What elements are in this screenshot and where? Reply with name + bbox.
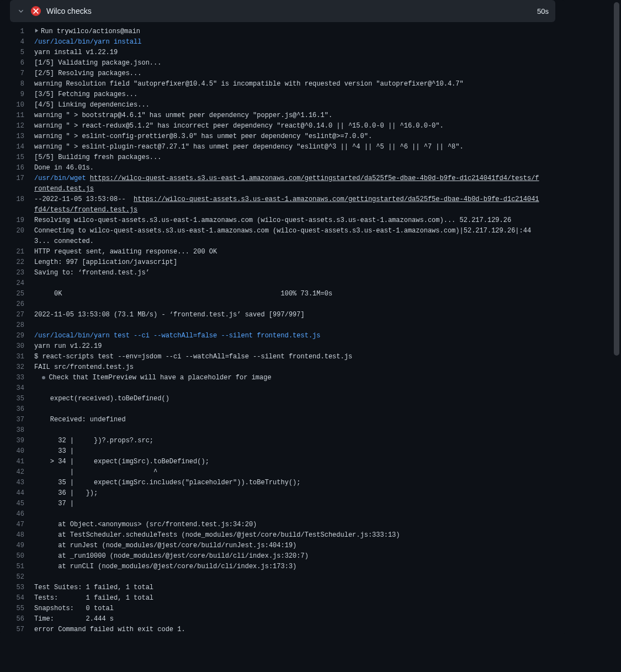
line-content: Length: 997 [application/javascript]: [34, 257, 177, 268]
log-output[interactable]: 1Run trywilco/actions@main4/usr/local/bi…: [0, 24, 565, 635]
line-number[interactable]: 43: [10, 478, 34, 488]
line-number[interactable]: 56: [10, 614, 34, 625]
line-number[interactable]: 40: [10, 446, 34, 457]
step-duration: 50s: [537, 7, 549, 15]
line-content: [4/5] Linking dependencies...: [34, 100, 150, 110]
line-content: Connecting to wilco-quest-assets.s3.us-e…: [34, 226, 542, 247]
line-number[interactable]: 10: [10, 100, 34, 110]
line-number[interactable]: 26: [10, 299, 34, 310]
line-content: warning Resolution field "autoprefixer@1…: [34, 79, 464, 89]
line-number[interactable]: 34: [10, 383, 34, 394]
line-content: 37 |: [34, 499, 74, 509]
log-line: 7[2/5] Resolving packages...: [10, 68, 565, 79]
line-number[interactable]: 27: [10, 310, 34, 320]
line-number[interactable]: 33: [10, 373, 34, 383]
log-line: 272022-11-05 13:53:08 (73.1 MB/s) - ‘fro…: [10, 310, 565, 320]
line-number[interactable]: 4: [10, 37, 34, 47]
line-number[interactable]: 54: [10, 593, 34, 604]
log-line: 50 at _run10000 (node_modules/@jest/core…: [10, 551, 565, 562]
line-number[interactable]: 36: [10, 404, 34, 415]
line-number[interactable]: 42: [10, 467, 34, 478]
log-line: 43 35 | expect(imgSrc.includes("placehol…: [10, 478, 565, 488]
download-url[interactable]: https://wilco-quest-assets.s3.us-east-1.…: [34, 195, 539, 214]
line-number[interactable]: 44: [10, 488, 34, 499]
status-failed-icon: [31, 6, 41, 16]
scrollbar-track[interactable]: [612, 0, 621, 672]
line-number[interactable]: 1: [10, 27, 34, 37]
line-number[interactable]: 30: [10, 341, 34, 352]
line-number[interactable]: 47: [10, 520, 34, 530]
line-number[interactable]: 57: [10, 625, 34, 635]
log-line: 10[4/5] Linking dependencies...: [10, 100, 565, 110]
line-number[interactable]: 20: [10, 226, 34, 236]
line-number[interactable]: 23: [10, 268, 34, 278]
download-url[interactable]: https://wilco-quest-assets.s3.us-east-1.…: [34, 174, 539, 193]
log-line: 40 33 |: [10, 446, 565, 457]
line-number[interactable]: 50: [10, 551, 34, 562]
line-content: Snapshots: 0 total: [34, 604, 114, 614]
log-line: 25 0K 100% 73.1M=0s: [10, 289, 565, 299]
line-number[interactable]: 52: [10, 572, 34, 583]
log-line: 34: [10, 383, 565, 394]
log-line: 49 at runJest (node_modules/@jest/core/b…: [10, 541, 565, 551]
log-line: 21HTTP request sent, awaiting response..…: [10, 247, 565, 257]
line-content: Check that ItemPreview will have a place…: [34, 373, 272, 383]
line-content: --2022-11-05 13:53:08-- https://wilco-qu…: [34, 194, 542, 215]
line-number[interactable]: 29: [10, 331, 34, 341]
line-number[interactable]: 32: [10, 362, 34, 373]
line-number[interactable]: 48: [10, 530, 34, 541]
line-content: /usr/bin/wget https://wilco-quest-assets…: [34, 173, 542, 194]
line-content: expect(received).toBeDefined(): [34, 394, 169, 404]
line-number[interactable]: 17: [10, 173, 34, 184]
line-number[interactable]: 55: [10, 604, 34, 614]
line-number[interactable]: 22: [10, 257, 34, 268]
line-number[interactable]: 51: [10, 562, 34, 572]
line-number[interactable]: 28: [10, 320, 34, 331]
line-number[interactable]: 25: [10, 289, 34, 299]
line-number[interactable]: 14: [10, 142, 34, 152]
line-number[interactable]: 39: [10, 436, 34, 446]
log-panel: Wilco checks 50s 1Run trywilco/actions@m…: [0, 0, 565, 635]
scrollbar-thumb[interactable]: [614, 2, 619, 356]
log-line: 47 at Object.<anonymous> (src/frontend.t…: [10, 520, 565, 530]
log-line: 26: [10, 299, 565, 310]
log-line: 53Test Suites: 1 failed, 1 total: [10, 583, 565, 593]
line-number[interactable]: 18: [10, 194, 34, 205]
log-line: 15[5/5] Building fresh packages...: [10, 152, 565, 163]
line-number[interactable]: 5: [10, 47, 34, 58]
line-number[interactable]: 13: [10, 131, 34, 142]
log-line: 19Resolving wilco-quest-assets.s3.us-eas…: [10, 215, 565, 226]
line-number[interactable]: 21: [10, 247, 34, 257]
line-number[interactable]: 16: [10, 163, 34, 173]
line-number[interactable]: 11: [10, 110, 34, 121]
line-number[interactable]: 6: [10, 58, 34, 68]
line-number[interactable]: 41: [10, 457, 34, 467]
line-number[interactable]: 9: [10, 89, 34, 100]
log-line: 35 expect(received).toBeDefined(): [10, 394, 565, 404]
step-header[interactable]: Wilco checks 50s: [10, 0, 555, 22]
line-number[interactable]: 37: [10, 415, 34, 425]
expand-triangle-icon[interactable]: [34, 27, 40, 37]
line-number[interactable]: 15: [10, 152, 34, 163]
line-number[interactable]: 8: [10, 79, 34, 89]
line-number[interactable]: 45: [10, 499, 34, 509]
line-number[interactable]: 49: [10, 541, 34, 551]
log-line: 29/usr/local/bin/yarn test --ci --watchA…: [10, 331, 565, 341]
line-number[interactable]: 46: [10, 509, 34, 520]
line-number[interactable]: 31: [10, 352, 34, 362]
log-line: 16Done in 46.01s.: [10, 163, 565, 173]
line-content: yarn install v1.22.19: [34, 47, 118, 58]
line-content: HTTP request sent, awaiting response... …: [34, 247, 217, 257]
line-number[interactable]: 12: [10, 121, 34, 131]
line-number[interactable]: 53: [10, 583, 34, 593]
line-number[interactable]: 35: [10, 394, 34, 404]
log-line: 23Saving to: ‘frontend.test.js’: [10, 268, 565, 278]
log-line: 48 at TestScheduler.scheduleTests (node_…: [10, 530, 565, 541]
line-number[interactable]: 7: [10, 68, 34, 79]
line-number[interactable]: 19: [10, 215, 34, 226]
line-number[interactable]: 24: [10, 278, 34, 289]
line-content: 33 |: [34, 446, 74, 457]
line-content: Run trywilco/actions@main: [34, 27, 140, 37]
line-number[interactable]: 38: [10, 425, 34, 436]
log-line: 28: [10, 320, 565, 331]
